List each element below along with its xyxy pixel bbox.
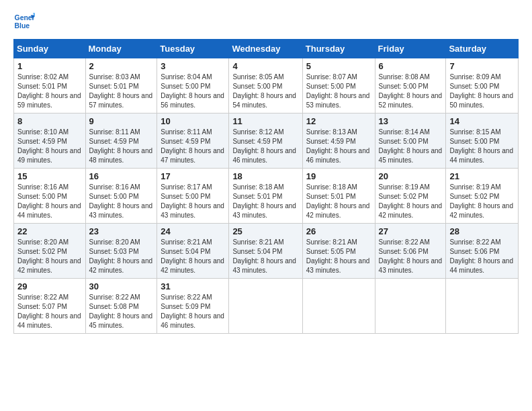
calendar-cell: 6 Sunrise: 8:08 AMSunset: 5:00 PMDayligh… (375, 58, 446, 113)
day-number: 14 (449, 116, 515, 126)
day-number: 13 (379, 116, 443, 126)
day-info: Sunrise: 8:14 AMSunset: 5:00 PMDaylight:… (379, 128, 443, 164)
day-info: Sunrise: 8:21 AMSunset: 5:04 PMDaylight:… (232, 238, 296, 274)
calendar-cell: 17 Sunrise: 8:17 AMSunset: 5:00 PMDaylig… (157, 169, 229, 224)
calendar-day-header: Friday (375, 40, 446, 58)
day-number: 1 (17, 61, 82, 71)
day-number: 9 (89, 116, 154, 126)
day-number: 6 (379, 61, 443, 71)
calendar-cell: 13 Sunrise: 8:14 AMSunset: 5:00 PMDaylig… (375, 113, 446, 169)
day-number: 23 (89, 226, 154, 236)
day-number: 31 (161, 281, 225, 291)
day-number: 12 (306, 116, 371, 126)
calendar-cell: 30 Sunrise: 8:22 AMSunset: 5:08 PMDaylig… (85, 279, 157, 334)
day-info: Sunrise: 8:20 AMSunset: 5:02 PMDaylight:… (17, 238, 81, 274)
calendar-cell: 25 Sunrise: 8:21 AMSunset: 5:04 PMDaylig… (229, 224, 302, 279)
day-number: 19 (306, 171, 371, 181)
day-info: Sunrise: 8:09 AMSunset: 5:00 PMDaylight:… (449, 73, 513, 109)
day-info: Sunrise: 8:18 AMSunset: 5:01 PMDaylight:… (306, 183, 370, 219)
calendar-day-header: Saturday (446, 40, 519, 58)
svg-text:Blue: Blue (15, 22, 30, 30)
day-number: 25 (232, 226, 298, 236)
day-info: Sunrise: 8:10 AMSunset: 4:59 PMDaylight:… (17, 128, 81, 164)
header: General Blue (13, 11, 519, 32)
calendar-week-row: 8 Sunrise: 8:10 AMSunset: 4:59 PMDayligh… (14, 113, 519, 169)
day-info: Sunrise: 8:15 AMSunset: 5:00 PMDaylight:… (449, 128, 513, 164)
calendar-cell: 18 Sunrise: 8:18 AMSunset: 5:01 PMDaylig… (229, 169, 302, 224)
day-info: Sunrise: 8:05 AMSunset: 5:00 PMDaylight:… (232, 73, 296, 109)
day-number: 28 (449, 226, 515, 236)
day-number: 17 (161, 171, 225, 181)
calendar-day-header: Monday (85, 40, 157, 58)
calendar-table: SundayMondayTuesdayWednesdayThursdayFrid… (13, 39, 519, 334)
calendar-cell: 16 Sunrise: 8:16 AMSunset: 5:00 PMDaylig… (85, 169, 157, 224)
calendar-week-row: 22 Sunrise: 8:20 AMSunset: 5:02 PMDaylig… (14, 224, 519, 279)
day-number: 29 (17, 281, 82, 291)
calendar-week-row: 15 Sunrise: 8:16 AMSunset: 5:00 PMDaylig… (14, 169, 519, 224)
day-info: Sunrise: 8:04 AMSunset: 5:00 PMDaylight:… (161, 73, 224, 109)
day-info: Sunrise: 8:12 AMSunset: 4:59 PMDaylight:… (232, 128, 296, 164)
calendar-cell: 15 Sunrise: 8:16 AMSunset: 5:00 PMDaylig… (14, 169, 86, 224)
day-info: Sunrise: 8:13 AMSunset: 4:59 PMDaylight:… (306, 128, 370, 164)
calendar-cell: 5 Sunrise: 8:07 AMSunset: 5:00 PMDayligh… (302, 58, 375, 113)
calendar-day-header: Wednesday (229, 40, 302, 58)
day-number: 10 (161, 116, 225, 126)
calendar-cell: 24 Sunrise: 8:21 AMSunset: 5:04 PMDaylig… (157, 224, 229, 279)
calendar-cell: 4 Sunrise: 8:05 AMSunset: 5:00 PMDayligh… (229, 58, 302, 113)
day-number: 22 (17, 226, 82, 236)
calendar-cell: 26 Sunrise: 8:21 AMSunset: 5:05 PMDaylig… (302, 224, 375, 279)
day-info: Sunrise: 8:22 AMSunset: 5:09 PMDaylight:… (161, 293, 224, 329)
day-info: Sunrise: 8:22 AMSunset: 5:08 PMDaylight:… (89, 293, 153, 329)
day-info: Sunrise: 8:16 AMSunset: 5:00 PMDaylight:… (89, 183, 153, 219)
calendar-cell: 27 Sunrise: 8:22 AMSunset: 5:06 PMDaylig… (375, 224, 446, 279)
calendar-day-header: Tuesday (157, 40, 229, 58)
day-info: Sunrise: 8:21 AMSunset: 5:04 PMDaylight:… (161, 238, 224, 274)
calendar-cell: 31 Sunrise: 8:22 AMSunset: 5:09 PMDaylig… (157, 279, 229, 334)
calendar-cell: 29 Sunrise: 8:22 AMSunset: 5:07 PMDaylig… (14, 279, 86, 334)
day-number: 18 (232, 171, 298, 181)
calendar-cell: 8 Sunrise: 8:10 AMSunset: 4:59 PMDayligh… (14, 113, 86, 169)
day-info: Sunrise: 8:22 AMSunset: 5:07 PMDaylight:… (17, 293, 81, 329)
calendar-cell: 9 Sunrise: 8:11 AMSunset: 4:59 PMDayligh… (85, 113, 157, 169)
day-info: Sunrise: 8:22 AMSunset: 5:06 PMDaylight:… (449, 238, 513, 274)
calendar-cell (229, 279, 302, 334)
page: General Blue SundayMondayTuesdayWednesda… (0, 0, 532, 411)
calendar-cell: 7 Sunrise: 8:09 AMSunset: 5:00 PMDayligh… (446, 58, 519, 113)
day-info: Sunrise: 8:11 AMSunset: 4:59 PMDaylight:… (89, 128, 153, 164)
day-info: Sunrise: 8:19 AMSunset: 5:02 PMDaylight:… (379, 183, 443, 219)
calendar-cell: 28 Sunrise: 8:22 AMSunset: 5:06 PMDaylig… (446, 224, 519, 279)
day-info: Sunrise: 8:02 AMSunset: 5:01 PMDaylight:… (17, 73, 81, 109)
day-number: 2 (89, 61, 154, 71)
day-number: 16 (89, 171, 154, 181)
calendar-week-row: 1 Sunrise: 8:02 AMSunset: 5:01 PMDayligh… (14, 58, 519, 113)
calendar-cell: 23 Sunrise: 8:20 AMSunset: 5:03 PMDaylig… (85, 224, 157, 279)
calendar-cell: 19 Sunrise: 8:18 AMSunset: 5:01 PMDaylig… (302, 169, 375, 224)
logo-icon: General Blue (13, 11, 35, 32)
day-info: Sunrise: 8:19 AMSunset: 5:02 PMDaylight:… (449, 183, 513, 219)
day-info: Sunrise: 8:22 AMSunset: 5:06 PMDaylight:… (379, 238, 443, 274)
calendar-cell: 20 Sunrise: 8:19 AMSunset: 5:02 PMDaylig… (375, 169, 446, 224)
calendar-cell: 12 Sunrise: 8:13 AMSunset: 4:59 PMDaylig… (302, 113, 375, 169)
calendar-header-row: SundayMondayTuesdayWednesdayThursdayFrid… (14, 40, 519, 58)
day-info: Sunrise: 8:03 AMSunset: 5:01 PMDaylight:… (89, 73, 153, 109)
calendar-cell (302, 279, 375, 334)
calendar-cell: 21 Sunrise: 8:19 AMSunset: 5:02 PMDaylig… (446, 169, 519, 224)
calendar-day-header: Thursday (302, 40, 375, 58)
calendar-cell: 3 Sunrise: 8:04 AMSunset: 5:00 PMDayligh… (157, 58, 229, 113)
day-info: Sunrise: 8:08 AMSunset: 5:00 PMDaylight:… (379, 73, 443, 109)
logo: General Blue (13, 11, 38, 32)
calendar-cell: 10 Sunrise: 8:11 AMSunset: 4:59 PMDaylig… (157, 113, 229, 169)
calendar-cell (375, 279, 446, 334)
day-number: 15 (17, 171, 82, 181)
day-number: 7 (449, 61, 515, 71)
calendar-week-row: 29 Sunrise: 8:22 AMSunset: 5:07 PMDaylig… (14, 279, 519, 334)
day-number: 4 (232, 61, 298, 71)
calendar-cell: 14 Sunrise: 8:15 AMSunset: 5:00 PMDaylig… (446, 113, 519, 169)
day-number: 20 (379, 171, 443, 181)
day-number: 21 (449, 171, 515, 181)
day-info: Sunrise: 8:16 AMSunset: 5:00 PMDaylight:… (17, 183, 81, 219)
day-number: 30 (89, 281, 154, 291)
calendar-cell (446, 279, 519, 334)
day-info: Sunrise: 8:18 AMSunset: 5:01 PMDaylight:… (232, 183, 296, 219)
calendar-cell: 2 Sunrise: 8:03 AMSunset: 5:01 PMDayligh… (85, 58, 157, 113)
